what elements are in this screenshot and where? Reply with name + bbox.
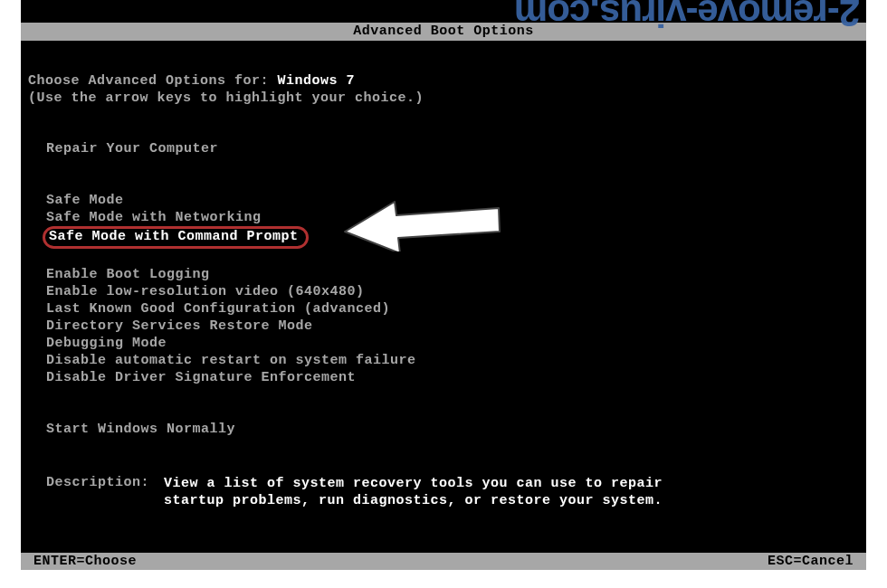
option-directory-services[interactable]: Directory Services Restore Mode bbox=[46, 318, 416, 335]
option-low-res-video[interactable]: Enable low-resolution video (640x480) bbox=[46, 283, 416, 300]
option-last-known-good[interactable]: Last Known Good Configuration (advanced) bbox=[46, 300, 416, 318]
boot-screen: Advanced Boot Options Choose Advanced Op… bbox=[21, 0, 866, 570]
highlighted-option: Safe Mode with Command Prompt bbox=[43, 226, 309, 249]
spacer bbox=[46, 403, 416, 421]
os-name: Windows 7 bbox=[278, 73, 356, 89]
footer-enter: ENTER=Choose bbox=[33, 553, 137, 570]
option-start-normally[interactable]: Start Windows Normally bbox=[46, 421, 416, 438]
spacer bbox=[46, 175, 416, 192]
footer-esc: ESC=Cancel bbox=[768, 553, 854, 570]
description-text: View a list of system recovery tools you… bbox=[164, 475, 671, 509]
option-debugging-mode[interactable]: Debugging Mode bbox=[46, 335, 416, 352]
choose-prefix: Choose Advanced Options for: bbox=[28, 73, 278, 89]
option-disable-driver-sig[interactable]: Disable Driver Signature Enforcement bbox=[46, 369, 416, 386]
boot-options-list: Repair Your Computer Safe Mode Safe Mode… bbox=[46, 140, 416, 438]
choose-line: Choose Advanced Options for: Windows 7 bbox=[28, 73, 355, 89]
option-repair-computer[interactable]: Repair Your Computer bbox=[46, 140, 416, 157]
title-bar: Advanced Boot Options bbox=[21, 23, 866, 41]
footer-bar: ENTER=Choose ESC=Cancel bbox=[21, 553, 866, 570]
option-boot-logging[interactable]: Enable Boot Logging bbox=[46, 266, 416, 283]
option-safe-mode-cmd[interactable]: Safe Mode with Command Prompt bbox=[46, 226, 416, 249]
option-disable-auto-restart[interactable]: Disable automatic restart on system fail… bbox=[46, 352, 416, 369]
description-block: Description:View a list of system recove… bbox=[46, 475, 671, 509]
hint-line: (Use the arrow keys to highlight your ch… bbox=[28, 90, 424, 106]
option-safe-mode-networking[interactable]: Safe Mode with Networking bbox=[46, 209, 416, 226]
spacer bbox=[46, 157, 416, 175]
spacer bbox=[46, 249, 416, 266]
description-label: Description: bbox=[46, 475, 164, 490]
option-safe-mode[interactable]: Safe Mode bbox=[46, 192, 416, 209]
spacer bbox=[46, 386, 416, 403]
